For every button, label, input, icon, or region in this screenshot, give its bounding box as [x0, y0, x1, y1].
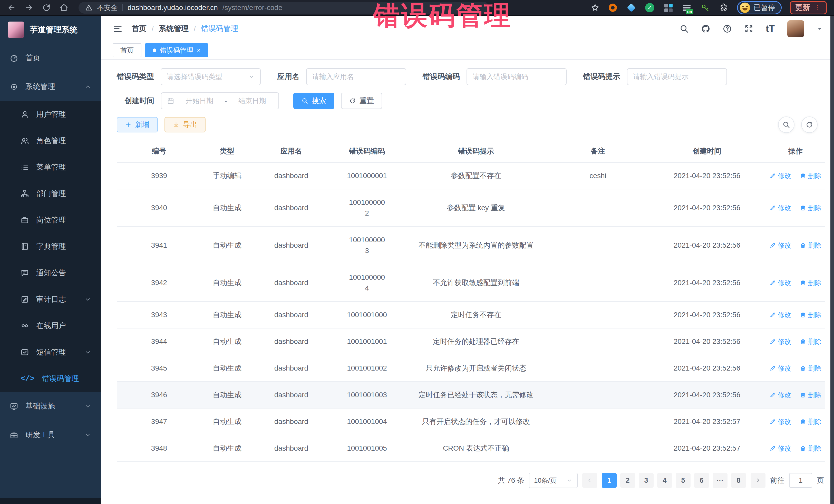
forward-icon[interactable]: [25, 3, 34, 12]
sidebar-item-devtool[interactable]: 研发工具: [0, 421, 101, 450]
refresh-table-button[interactable]: [801, 116, 817, 133]
app-name-field: [306, 68, 406, 85]
delete-link[interactable]: 删除: [800, 278, 821, 288]
sidebar-item-notice[interactable]: 通知公告: [0, 260, 101, 286]
page-button-2[interactable]: 2: [620, 473, 635, 488]
toggle-search-button[interactable]: [778, 116, 794, 133]
extension-grid-icon[interactable]: [663, 3, 673, 13]
sidebar-item-dict[interactable]: 字典管理: [0, 233, 101, 260]
reload-icon[interactable]: [42, 3, 51, 12]
page-size-select[interactable]: 10条/页: [529, 473, 578, 488]
edit-link[interactable]: 修改: [770, 240, 791, 250]
bookmark-star-icon[interactable]: [591, 3, 599, 12]
breadcrumb-system[interactable]: 系统管理: [159, 24, 189, 34]
delete-link[interactable]: 删除: [800, 390, 821, 400]
next-page-button[interactable]: [751, 473, 766, 488]
delete-link[interactable]: 删除: [800, 417, 821, 427]
delete-link[interactable]: 删除: [800, 443, 821, 454]
page-button-5[interactable]: 5: [676, 473, 690, 488]
page-button-8[interactable]: 8: [731, 473, 746, 488]
sidebar-item-audit[interactable]: 审计日志: [0, 286, 101, 312]
sidebar-item-infra[interactable]: 基础设施: [0, 392, 101, 421]
edit-link[interactable]: 修改: [770, 390, 791, 400]
avatar-caret-down-icon[interactable]: [816, 26, 823, 32]
search-button[interactable]: 搜索: [293, 93, 334, 109]
error-type-select[interactable]: 请选择错误码类型: [161, 68, 261, 85]
row-operations: 修改删除: [769, 310, 822, 320]
app-name-input[interactable]: [312, 73, 400, 81]
help-icon[interactable]: [723, 24, 732, 34]
hint-cell: 参数配置 key 重复: [404, 189, 548, 226]
edit-link[interactable]: 修改: [770, 364, 791, 373]
sidebar-item-sms[interactable]: 短信管理: [0, 339, 101, 366]
extension-adblock-icon[interactable]: [608, 3, 618, 13]
extensions-puzzle-icon[interactable]: [719, 3, 729, 13]
extension-gem-icon[interactable]: [626, 3, 636, 13]
page-button-6[interactable]: 6: [694, 473, 709, 488]
edit-link-label: 修改: [778, 278, 791, 288]
page-button-4[interactable]: 4: [657, 473, 672, 488]
browser-update-button[interactable]: 更新: [790, 1, 827, 14]
edit-link[interactable]: 修改: [770, 203, 791, 213]
fullscreen-icon[interactable]: [744, 24, 753, 34]
reset-button[interactable]: 重置: [341, 93, 382, 109]
tab-home[interactable]: 首页: [113, 43, 141, 57]
goto-page-input[interactable]: [789, 473, 812, 488]
edit-link[interactable]: 修改: [770, 310, 791, 320]
sidebar-item-system[interactable]: 系统管理: [0, 72, 101, 101]
row-operations: 修改删除: [769, 364, 822, 373]
home-icon[interactable]: [60, 3, 68, 12]
edit-link[interactable]: 修改: [770, 171, 791, 181]
edit-link[interactable]: 修改: [770, 278, 791, 288]
delete-link[interactable]: 删除: [800, 203, 821, 213]
sidebar-item-role[interactable]: 角色管理: [0, 128, 101, 154]
code-cell: 100100000 3: [330, 226, 404, 264]
extension-green-check-icon[interactable]: [644, 3, 655, 13]
message-check-icon: [21, 348, 29, 356]
tab-close-icon[interactable]: ×: [197, 47, 200, 54]
sidebar-item-user[interactable]: 用户管理: [0, 101, 101, 128]
search-icon[interactable]: [680, 24, 689, 34]
delete-link[interactable]: 删除: [800, 337, 821, 347]
page-scrollbar[interactable]: [830, 16, 834, 504]
paused-profile-button[interactable]: 已暂停: [737, 1, 782, 14]
sidebar-item-dept[interactable]: 部门管理: [0, 180, 101, 207]
page-button-3[interactable]: 3: [639, 473, 654, 488]
chat-icon: [21, 269, 29, 277]
collapse-sidebar-icon[interactable]: [113, 24, 123, 34]
error-hint-input[interactable]: [633, 73, 721, 81]
delete-link[interactable]: 删除: [800, 240, 821, 250]
date-range-picker[interactable]: 开始日期 - 结束日期: [161, 92, 279, 109]
edit-link[interactable]: 修改: [770, 417, 791, 427]
back-icon[interactable]: [7, 3, 16, 12]
page-ellipsis[interactable]: ···: [712, 473, 727, 488]
export-button[interactable]: 导出: [164, 117, 205, 132]
sidebar-logo-row[interactable]: 芋道管理系统: [0, 16, 101, 44]
sidebar-item-home[interactable]: 首页: [0, 44, 101, 72]
page-button-1[interactable]: 1: [602, 473, 617, 488]
sidebar-item-errcode[interactable]: </>错误码管理: [0, 366, 101, 392]
delete-link[interactable]: 删除: [800, 310, 821, 320]
edit-link[interactable]: 修改: [770, 443, 791, 454]
extension-list-icon[interactable]: on: [682, 3, 692, 13]
sidebar-item-menu[interactable]: 菜单管理: [0, 154, 101, 180]
extension-key-icon[interactable]: [700, 3, 710, 13]
font-size-icon[interactable]: tT: [766, 23, 775, 34]
remark-cell: [548, 381, 648, 408]
breadcrumb-current[interactable]: 错误码管理: [201, 24, 238, 34]
hint-cell: 不允许获取敏感配置到前端: [404, 264, 548, 302]
edit-link[interactable]: 修改: [770, 337, 791, 347]
sidebar-item-online[interactable]: 在线用户: [0, 312, 101, 339]
add-button[interactable]: 新增: [117, 117, 158, 132]
error-code-input[interactable]: [473, 73, 561, 81]
address-bar[interactable]: 不安全 dashboard.yudao.iocoder.cn/system/er…: [79, 2, 489, 14]
github-icon[interactable]: [701, 24, 710, 34]
delete-link[interactable]: 删除: [800, 171, 821, 181]
browser-menu-dots-icon[interactable]: [814, 4, 821, 11]
tab-error-code[interactable]: 错误码管理 ×: [145, 43, 208, 57]
user-avatar[interactable]: [787, 20, 804, 37]
prev-page-button[interactable]: [582, 473, 597, 488]
delete-link[interactable]: 删除: [800, 364, 821, 373]
breadcrumb-home[interactable]: 首页: [132, 24, 147, 34]
sidebar-item-post[interactable]: 岗位管理: [0, 207, 101, 233]
